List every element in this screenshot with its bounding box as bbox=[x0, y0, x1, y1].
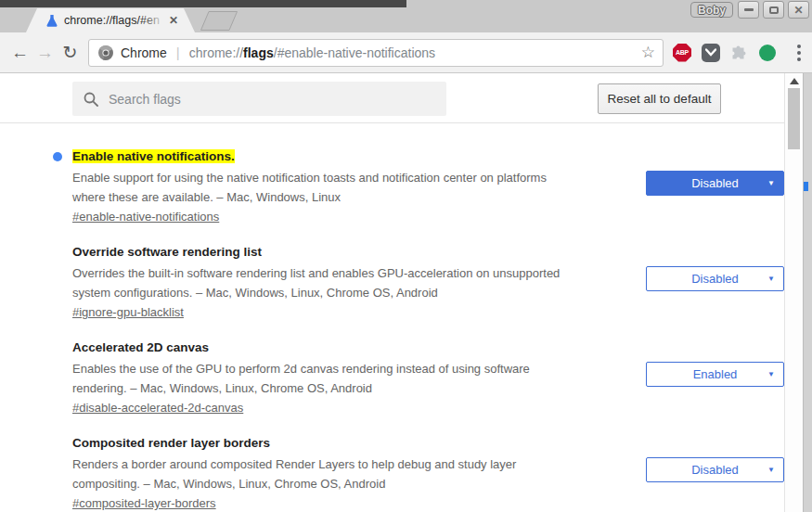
selected-flag-bullet-icon bbox=[53, 152, 62, 161]
flag-description: Enable support for using the native noti… bbox=[72, 168, 575, 207]
reset-all-button[interactable]: Reset all to default bbox=[598, 83, 721, 114]
flag-value-dropdown[interactable]: Disabled▼ bbox=[646, 266, 784, 291]
flag-title: Composited render layer borders bbox=[72, 434, 575, 453]
flag-description: Enables the use of the GPU to perform 2d… bbox=[72, 359, 575, 398]
url-text[interactable]: chrome://flags/#enable-native-notificati… bbox=[189, 45, 435, 60]
maximize-button[interactable] bbox=[763, 1, 784, 19]
flag-permalink[interactable]: #composited-layer-borders bbox=[72, 496, 216, 510]
search-flags-box[interactable] bbox=[72, 82, 446, 116]
extension-icons: ABP bbox=[673, 44, 810, 62]
flag-value-dropdown[interactable]: Disabled▼ bbox=[646, 457, 784, 482]
flag-row-override-software-rendering: Override software rendering list Overrid… bbox=[72, 243, 784, 320]
flag-value-dropdown[interactable]: Enabled▼ bbox=[646, 362, 784, 387]
flag-permalink[interactable]: #disable-accelerated-2d-canvas bbox=[72, 401, 243, 415]
tab-title: chrome://flags/#en bbox=[64, 14, 165, 27]
hangouts-extension-icon[interactable] bbox=[759, 45, 776, 61]
flag-row-enable-native-notifications: Enable native notifications. Enable supp… bbox=[72, 147, 784, 224]
url-separator: | bbox=[176, 45, 180, 60]
flag-row-accelerated-2d-canvas: Accelerated 2D canvas Enables the use of… bbox=[72, 339, 784, 416]
tab-close-icon[interactable]: ✕ bbox=[169, 14, 178, 27]
adblock-plus-icon[interactable]: ABP bbox=[673, 44, 691, 62]
browser-menu-icon[interactable] bbox=[797, 45, 801, 61]
pocket-icon[interactable] bbox=[702, 44, 720, 62]
flag-row-composited-layer-borders: Composited render layer borders Renders … bbox=[72, 434, 784, 511]
flag-value-dropdown[interactable]: Disabled▼ bbox=[646, 171, 784, 196]
flag-title: Override software rendering list bbox=[72, 243, 575, 262]
forward-button[interactable]: → bbox=[32, 43, 58, 63]
flag-description: Renders a border around composited Rende… bbox=[72, 454, 575, 493]
flag-title: Accelerated 2D canvas bbox=[72, 339, 575, 357]
flag-title: Enable native notifications. bbox=[72, 147, 575, 166]
scroll-up-arrow-icon[interactable] bbox=[790, 78, 799, 84]
flags-page: Reset all to default Enable native notif… bbox=[0, 73, 784, 512]
chevron-down-icon: ▼ bbox=[767, 466, 775, 474]
maximize-icon bbox=[769, 6, 779, 14]
flag-permalink[interactable]: #ignore-gpu-blacklist bbox=[72, 305, 184, 319]
search-flags-input[interactable] bbox=[109, 92, 415, 107]
flask-icon bbox=[46, 14, 58, 28]
chevron-down-icon: ▼ bbox=[767, 179, 775, 187]
window-title: Boby bbox=[690, 2, 733, 18]
minimize-button[interactable] bbox=[738, 1, 759, 19]
scrollbar-match-marker bbox=[804, 182, 808, 191]
page-scrollbar[interactable] bbox=[784, 73, 803, 512]
chrome-logo-icon bbox=[98, 45, 113, 60]
title-bar: chrome://flags/#en ✕ Boby ✕ bbox=[0, 0, 812, 32]
flag-description: Overrides the built-in software renderin… bbox=[72, 263, 575, 302]
close-icon: ✕ bbox=[793, 5, 803, 16]
chevron-down-icon: ▼ bbox=[767, 275, 775, 283]
flags-list: Enable native notifications. Enable supp… bbox=[0, 123, 784, 511]
chevron-down-icon: ▼ bbox=[767, 370, 775, 378]
puzzle-extension-icon[interactable] bbox=[730, 44, 749, 62]
scrollbar-thumb[interactable] bbox=[788, 88, 800, 149]
flag-permalink[interactable]: #enable-native-notifications bbox=[72, 210, 219, 224]
origin-chip: Chrome bbox=[121, 45, 167, 60]
close-button[interactable]: ✕ bbox=[788, 1, 809, 19]
bookmark-star-icon[interactable]: ☆ bbox=[641, 43, 655, 62]
reload-button[interactable]: ↻ bbox=[58, 42, 83, 63]
minimize-icon bbox=[744, 8, 754, 11]
browser-toolbar: ← → ↻ Chrome | chrome://flags/#enable-na… bbox=[0, 32, 812, 73]
back-button[interactable]: ← bbox=[7, 43, 32, 63]
new-tab-button[interactable] bbox=[200, 11, 238, 31]
flags-header: Reset all to default bbox=[0, 73, 784, 123]
window-right-border bbox=[803, 73, 812, 512]
address-bar[interactable]: Chrome | chrome://flags/#enable-native-n… bbox=[88, 39, 664, 67]
window-frame-strip bbox=[0, 0, 406, 7]
search-icon bbox=[84, 92, 98, 107]
browser-tab[interactable]: chrome://flags/#en ✕ bbox=[26, 8, 195, 32]
